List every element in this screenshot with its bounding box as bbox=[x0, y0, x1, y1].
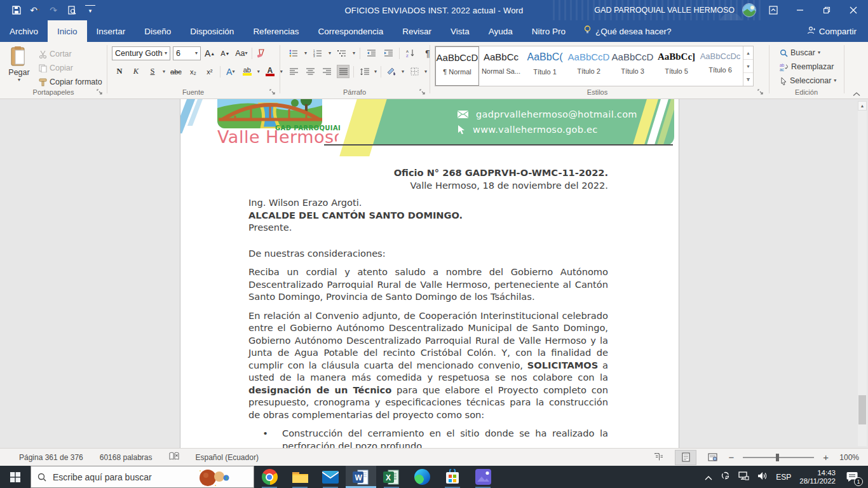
superscript-button[interactable]: x² bbox=[203, 65, 216, 78]
grow-font-button[interactable]: A▲ bbox=[203, 47, 216, 60]
customize-quick-access-icon[interactable]: ▾ bbox=[85, 5, 95, 15]
underline-button[interactable]: S bbox=[146, 65, 159, 78]
action-center-icon[interactable]: 1 bbox=[844, 470, 860, 484]
highlight-color-button[interactable]: ab bbox=[241, 65, 254, 78]
tab-correspondencia[interactable]: Correspondencia bbox=[308, 20, 393, 42]
share-button[interactable]: Compartir bbox=[796, 20, 868, 42]
tray-app-icon[interactable] bbox=[721, 471, 730, 483]
language-abbr[interactable]: ESP bbox=[776, 473, 791, 482]
letter-body[interactable]: Oficio N° 268 GADPRVH-O-WMC-11-2022. Val… bbox=[180, 166, 679, 448]
web-layout-button[interactable] bbox=[702, 450, 723, 465]
tab-insertar[interactable]: Insertar bbox=[87, 20, 135, 42]
taskbar-explorer-icon[interactable] bbox=[285, 466, 315, 488]
tab-disposicion[interactable]: Disposición bbox=[180, 20, 243, 42]
replace-button[interactable]: abac Reemplazar bbox=[778, 60, 838, 74]
scroll-up-icon[interactable]: ▲ bbox=[858, 101, 867, 111]
taskbar-store-icon[interactable] bbox=[437, 466, 468, 488]
scrollbar-thumb[interactable] bbox=[858, 395, 866, 424]
zoom-out-icon[interactable]: − bbox=[728, 452, 734, 463]
tab-referencias[interactable]: Referencias bbox=[243, 20, 308, 42]
borders-button[interactable] bbox=[408, 65, 421, 78]
account-avatar[interactable] bbox=[742, 3, 756, 17]
taskbar-excel-icon[interactable]: X bbox=[376, 466, 407, 488]
styles-scroll-up-icon[interactable]: ▲ bbox=[743, 46, 753, 60]
decrease-indent-button[interactable] bbox=[365, 46, 377, 60]
paragraph-dialog-launcher-icon[interactable] bbox=[419, 89, 426, 95]
document-page[interactable]: Valle Hermoso GAD PARROQUIAL (02)2770228… bbox=[180, 99, 679, 448]
tell-me-box[interactable]: ¿Qué desea hacer? bbox=[575, 20, 680, 42]
start-button[interactable] bbox=[0, 466, 31, 488]
account-name[interactable]: GAD PARROQUIAL VALLE HERMOSO bbox=[594, 6, 735, 15]
select-button[interactable]: Seleccionar ▾ bbox=[778, 74, 838, 88]
word-count[interactable]: 60168 palabras bbox=[100, 453, 153, 462]
network-icon[interactable] bbox=[738, 471, 749, 483]
page-indicator[interactable]: Página 361 de 376 bbox=[19, 453, 83, 462]
restore-button[interactable] bbox=[817, 0, 836, 20]
styles-scroll-down-icon[interactable]: ▼ bbox=[743, 60, 753, 73]
change-case-button[interactable]: Aa▾ bbox=[234, 47, 248, 60]
format-painter-button[interactable]: Copiar formato bbox=[37, 75, 104, 89]
cut-button[interactable]: Cortar bbox=[37, 47, 104, 61]
justify-button[interactable] bbox=[337, 65, 349, 78]
tab-nitro-pro[interactable]: Nitro Pro bbox=[522, 20, 575, 42]
text-effects-button[interactable]: A▾ bbox=[224, 65, 237, 78]
zoom-slider[interactable] bbox=[743, 457, 814, 458]
tab-diseno[interactable]: Diseño bbox=[135, 20, 180, 42]
taskbar-chrome-icon[interactable] bbox=[254, 466, 285, 488]
bullets-button[interactable] bbox=[287, 46, 300, 60]
font-family-combo[interactable]: Century Gothi ▾ bbox=[112, 46, 170, 60]
collapse-ribbon-icon[interactable] bbox=[853, 92, 860, 97]
save-icon[interactable] bbox=[11, 5, 22, 15]
increase-indent-button[interactable] bbox=[382, 46, 395, 60]
align-left-button[interactable] bbox=[287, 65, 300, 78]
taskbar-edge-icon[interactable] bbox=[407, 466, 437, 488]
line-spacing-button[interactable] bbox=[358, 65, 370, 78]
taskbar-photos-icon[interactable] bbox=[468, 466, 498, 488]
copy-button[interactable]: Copiar bbox=[37, 61, 104, 75]
taskbar-search[interactable]: Escribe aquí para buscar bbox=[31, 466, 254, 488]
tab-ayuda[interactable]: Ayuda bbox=[479, 20, 522, 42]
print-layout-button[interactable] bbox=[675, 450, 696, 465]
style-normal-sa[interactable]: AaBbCc Normal Sa... bbox=[479, 46, 523, 86]
clipboard-dialog-launcher-icon[interactable] bbox=[97, 89, 103, 95]
clear-formatting-button[interactable] bbox=[255, 47, 268, 60]
language-indicator[interactable]: Español (Ecuador) bbox=[196, 453, 259, 462]
zoom-in-icon[interactable]: + bbox=[823, 452, 829, 463]
clock[interactable]: 14:43 28/11/2022 bbox=[799, 469, 836, 485]
taskbar-mail-icon[interactable] bbox=[315, 466, 346, 488]
style-titulo-1[interactable]: AaBbC( Título 1 bbox=[523, 46, 567, 86]
read-mode-button[interactable] bbox=[648, 450, 670, 465]
strikethrough-button[interactable]: abc bbox=[169, 65, 183, 78]
tab-archivo[interactable]: Archivo bbox=[0, 20, 48, 42]
italic-button[interactable]: K bbox=[130, 65, 142, 78]
font-size-combo[interactable]: 6 ▾ bbox=[173, 46, 201, 60]
numbering-button[interactable]: 123 bbox=[311, 46, 324, 60]
show-marks-button[interactable]: ¶ bbox=[421, 46, 434, 60]
zoom-slider-thumb[interactable] bbox=[776, 454, 779, 461]
font-color-button[interactable]: A bbox=[264, 65, 276, 78]
styles-dialog-launcher-icon[interactable] bbox=[757, 89, 764, 95]
font-dialog-launcher-icon[interactable] bbox=[269, 89, 276, 95]
undo-icon[interactable]: ↶▾ bbox=[30, 5, 40, 15]
print-preview-icon[interactable] bbox=[67, 5, 77, 15]
proofing-status-icon[interactable] bbox=[169, 452, 179, 463]
multilevel-list-button[interactable] bbox=[336, 46, 348, 60]
style-titulo-2[interactable]: AaBbCcD Título 2 bbox=[567, 46, 611, 86]
style-normal[interactable]: AaBbCcD ¶ Normal bbox=[435, 46, 479, 86]
vertical-scrollbar[interactable]: ▲ bbox=[858, 101, 867, 446]
style-titulo-3[interactable]: AaBbCcD Título 3 bbox=[611, 46, 654, 86]
taskbar-word-icon[interactable]: W bbox=[346, 466, 376, 488]
align-right-button[interactable] bbox=[320, 65, 333, 78]
redo-icon[interactable]: ↷ bbox=[48, 5, 58, 15]
zoom-percentage[interactable]: 100% bbox=[834, 453, 859, 462]
bold-button[interactable]: N bbox=[113, 65, 126, 78]
close-button[interactable] bbox=[844, 0, 863, 20]
sort-button[interactable]: AZ bbox=[404, 46, 417, 60]
align-center-button[interactable] bbox=[304, 65, 316, 78]
minimize-button[interactable] bbox=[790, 0, 810, 20]
tab-vista[interactable]: Vista bbox=[441, 20, 479, 42]
paste-button[interactable]: Pegar ▾ bbox=[5, 46, 33, 83]
volume-icon[interactable] bbox=[757, 471, 768, 483]
ribbon-display-options-icon[interactable] bbox=[764, 0, 783, 20]
tab-revisar[interactable]: Revisar bbox=[393, 20, 441, 42]
